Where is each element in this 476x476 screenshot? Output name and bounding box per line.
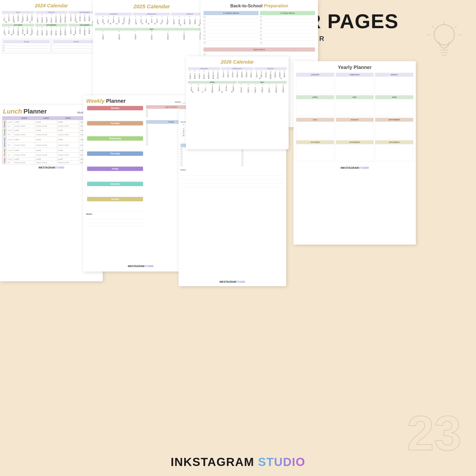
- wednesday-block: Wednesday: [87, 136, 143, 141]
- monday-block: Monday: [87, 106, 143, 110]
- notes-label-2024: Notes: [53, 40, 100, 43]
- svg-line-2: [432, 26, 434, 28]
- yearly-title: Yearly Planner: [293, 61, 416, 73]
- card-yearly-planner: Yearly Planner JANUARY FEBRUARY MARCH AP…: [293, 61, 416, 245]
- cal-2025-title: 2025 Calendar: [93, 0, 210, 12]
- bts-days-before-header: 1-3 Days Before: [260, 11, 315, 15]
- svg-point-0: [434, 25, 454, 45]
- card-2026-calendar: 2026 Calendar JANUARY SMTWTFS 123 456789…: [186, 56, 289, 149]
- weekly-notes-label: Notes: [85, 212, 145, 216]
- lunch-planner-label: Planner: [23, 108, 47, 115]
- saturday-block: Saturday: [87, 182, 143, 186]
- bts-title: Back-to-School Preparation: [201, 0, 318, 11]
- cal-2026-title: 2026 Calendar: [186, 56, 289, 66]
- bottom-brand: INKSTAGRAM STUDIO: [0, 455, 476, 469]
- monthly-brand: INKSTAGRAMSTUDIO: [179, 279, 286, 285]
- bts-weeks-before-header: 1-3 Weeks Before: [204, 11, 258, 15]
- tuesday-block: Tuesday: [87, 121, 143, 125]
- sunday-block: Sunday: [87, 197, 143, 201]
- thursday-block: Thursday: [87, 152, 143, 156]
- weekly-title: Weekly: [86, 98, 104, 104]
- weekly-planner-label: Planner: [106, 98, 126, 104]
- svg-line-3: [455, 26, 457, 28]
- deco-numbers: 23: [407, 405, 461, 461]
- lunch-title: Lunch: [3, 108, 22, 115]
- goals-label: Goals: [3, 40, 50, 43]
- bts-night-before-header: Night Before: [204, 48, 315, 51]
- friday-block: Friday: [87, 167, 143, 171]
- yearly-brand: INKSTAGRAMSTUDIO: [293, 164, 416, 171]
- deco-lightbulb-icon: [427, 19, 461, 64]
- cal-2024-title: 2024 Calendar: [0, 0, 103, 10]
- monthly-notes-label: Notes: [181, 169, 284, 171]
